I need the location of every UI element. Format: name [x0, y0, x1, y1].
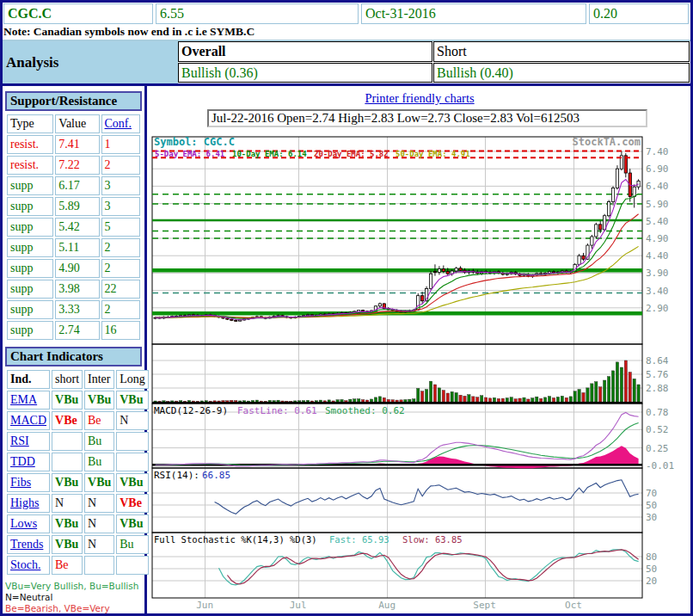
- ind-long: VBu: [116, 514, 149, 533]
- conf-link[interactable]: Conf.: [105, 117, 132, 130]
- sr-conf: 5: [101, 218, 140, 237]
- printer-friendly-link[interactable]: Printer friendly charts: [365, 91, 474, 105]
- volume-axis-label: 2.88: [646, 383, 669, 394]
- ind-long: N: [116, 411, 149, 430]
- ind-inter: Bu: [84, 432, 114, 451]
- table-header-row: Ind. short Inter Long: [7, 370, 149, 389]
- ind-long: Bu: [116, 535, 149, 554]
- price-axis-label: 4.40: [646, 250, 669, 262]
- table-row: TrendsVBuNBu: [7, 535, 149, 554]
- sr-value: 3.98: [55, 280, 99, 299]
- rsi-axis-label: 50: [646, 500, 657, 511]
- table-row: LowsVBuNVBu: [7, 514, 149, 533]
- table-row: supp5.112: [7, 238, 140, 257]
- month-axis-label: Jul: [290, 600, 307, 611]
- ind-col-inter: Inter: [84, 370, 114, 389]
- table-row: RSIBu: [7, 432, 149, 451]
- rsi-axis-label: 30: [646, 512, 657, 523]
- sr-value: 6.17: [55, 176, 99, 195]
- month-axis-label: Oct: [565, 600, 582, 611]
- ind-long: VBe: [116, 494, 149, 513]
- indicator-link-fibs[interactable]: Fibs: [10, 476, 31, 489]
- ind-long: [116, 453, 149, 471]
- indicator-link-rsi[interactable]: RSI: [10, 434, 29, 447]
- ema-legend-item: 50-Day EMA: 4.91: [396, 150, 470, 158]
- sr-conf: 2: [101, 238, 140, 257]
- ind-long: VBu: [116, 391, 149, 410]
- indicator-link-highs[interactable]: Highs: [10, 496, 39, 509]
- ema-legend-item: 20-Day EMA: 5.82: [314, 150, 389, 158]
- ind-col-name: Ind.: [7, 370, 50, 389]
- chart-image: Symbol: CGC.CStockTA.com5-Day EMA: 6.411…: [149, 132, 692, 612]
- price-axis-label: 4.90: [646, 233, 669, 244]
- analysis-short-value: Bullish (0.40): [433, 63, 690, 83]
- volume-axis-label: 5.76: [646, 369, 669, 380]
- change-cell: 0.20: [589, 3, 689, 24]
- main-area: Support/Resistance Type Value Conf. resi…: [3, 86, 690, 616]
- ind-inter: N: [84, 535, 114, 554]
- stockta-watermark: StockTA.com: [573, 136, 641, 148]
- stock-chart-svg: Symbol: CGC.CStockTA.com5-Day EMA: 6.411…: [149, 132, 692, 612]
- stoch-label: Full Stochastic %K(14,3) %D(3): [154, 534, 317, 545]
- ind-long: [116, 432, 149, 451]
- indicator-link-macd[interactable]: MACD: [10, 414, 46, 427]
- analysis-section: Analysis Overall Short Bullish (0.36) Bu…: [3, 40, 690, 86]
- ind-short: VBe: [52, 411, 83, 430]
- table-row: TDDBu: [7, 453, 149, 471]
- month-axis-label: Jun: [196, 600, 213, 611]
- table-row: supp5.425: [7, 218, 140, 237]
- ind-short: N: [52, 494, 83, 513]
- sr-col-value: Value: [55, 114, 99, 133]
- sr-type: supp: [7, 259, 53, 278]
- analysis-col-short: Short: [433, 41, 690, 62]
- ind-short: VBu: [52, 391, 83, 410]
- ind-long: [116, 556, 149, 575]
- macd-axis-label: 0.25: [646, 443, 669, 454]
- ind-inter: [84, 556, 114, 575]
- indicator-link-ema[interactable]: EMA: [10, 393, 37, 406]
- price-axis-label: 3.90: [646, 268, 669, 279]
- ind-short: [52, 453, 83, 471]
- ind-short: [52, 432, 83, 451]
- sr-conf: 2: [101, 300, 140, 319]
- price-axis-label: 7.40: [646, 146, 669, 157]
- sr-value: 7.22: [55, 156, 99, 175]
- table-header-row: Type Value Conf.: [7, 114, 140, 133]
- table-row: supp4.902: [7, 259, 140, 278]
- table-row: Stoch.Be: [7, 556, 149, 575]
- sidebar: Support/Resistance Type Value Conf. resi…: [3, 86, 147, 616]
- indicator-link-tdd[interactable]: TDD: [10, 455, 35, 468]
- ind-inter: VBu: [84, 473, 114, 492]
- signal-legend: VBu=Very Bullish, Bu=Bullish N=Neutral B…: [5, 581, 142, 616]
- sr-conf: 1: [101, 135, 140, 154]
- stoch-axis-label: 20: [646, 576, 657, 587]
- stoch-axis-label: 80: [646, 551, 657, 563]
- sr-type: supp: [7, 321, 53, 340]
- table-row: supp5.893: [7, 197, 140, 216]
- price-axis-label: 5.90: [646, 199, 669, 210]
- ind-long: VBu: [116, 473, 149, 492]
- table-row: MACDVBeBeN: [7, 411, 149, 430]
- ind-inter: Bu: [84, 453, 114, 471]
- sr-value: 5.89: [55, 197, 99, 216]
- canadian-symbols-note: Note: Canadian symbols now end in .c i.e…: [3, 25, 690, 40]
- ind-short: VBu: [52, 535, 83, 554]
- rsi-label: RSI(14):: [154, 470, 199, 481]
- sr-conf: 2: [101, 156, 140, 175]
- price-axis-label: 2.90: [646, 303, 669, 314]
- table-row: supp2.7416: [7, 321, 140, 340]
- stoch-axis-label: 50: [646, 564, 657, 575]
- sr-type: supp: [7, 280, 53, 299]
- table-row: FibsVBuVBuVBu: [7, 473, 149, 492]
- analysis-overall-value: Bullish (0.36): [178, 63, 432, 83]
- ind-short: VBu: [52, 514, 83, 533]
- price-axis-label: 6.40: [646, 181, 669, 192]
- ohlc-info-input[interactable]: [207, 109, 647, 127]
- indicator-link-trends[interactable]: Trends: [10, 538, 43, 551]
- ema-legend-item: 10-Day EMA: 6.14: [232, 150, 307, 158]
- indicator-link-lows[interactable]: Lows: [10, 517, 37, 530]
- macd-fastline-value: FastLine: 0.61: [237, 405, 317, 416]
- volume-axis-label: 8.64: [646, 355, 669, 367]
- sr-type: supp: [7, 238, 53, 257]
- indicator-link-stoch[interactable]: Stoch.: [10, 558, 40, 571]
